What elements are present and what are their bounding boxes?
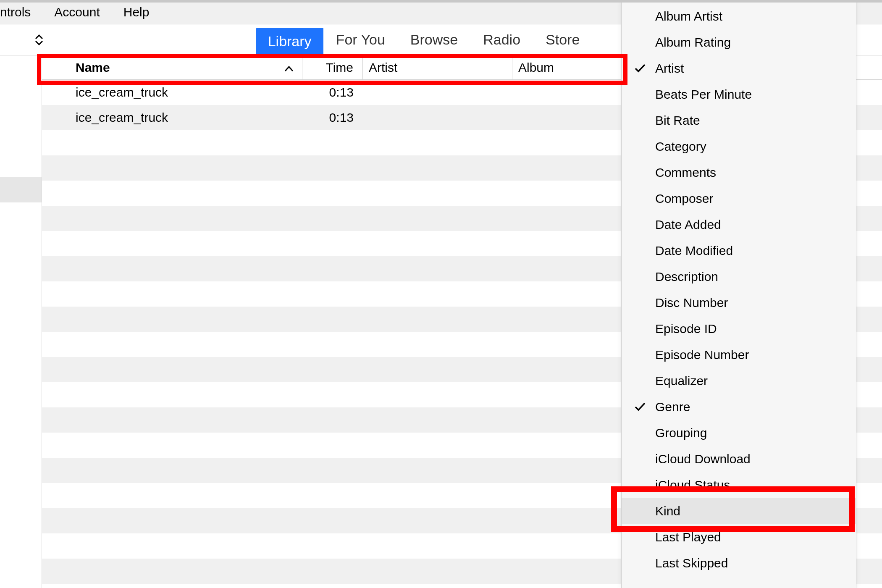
tab-store[interactable]: Store [533, 24, 592, 55]
sidebar [0, 55, 42, 588]
tab-for-you[interactable]: For You [323, 24, 398, 55]
right-strip-row [856, 155, 882, 181]
tab-library[interactable]: Library [256, 28, 323, 55]
column-header-album-label: Album [518, 60, 554, 75]
media-picker-updown[interactable] [32, 30, 46, 50]
context-menu-item-icloud-download[interactable]: iCloud Download [622, 446, 856, 472]
nav-tabs: Library For You Browse Radio Store [256, 24, 593, 55]
context-menu-item-label: Date Modified [655, 244, 733, 258]
context-menu-item-comments[interactable]: Comments [622, 160, 856, 186]
window-chrome-sliver [0, 0, 882, 3]
context-menu-item-artist[interactable]: Artist [622, 55, 856, 81]
column-context-menu: Album ArtistAlbum RatingArtistBeats Per … [621, 0, 856, 588]
check-icon [634, 400, 646, 414]
right-strip-row [856, 382, 882, 407]
column-header-time[interactable]: Time [302, 55, 363, 79]
context-menu-item-label: Date Added [655, 218, 721, 232]
right-strip-header [856, 55, 882, 80]
context-menu-item-beats-per-minute[interactable]: Beats Per Minute [622, 81, 856, 108]
context-menu-item-equalizer[interactable]: Equalizer [622, 368, 856, 394]
right-strip-row [856, 332, 882, 357]
menu-item-controls-truncated[interactable]: ntrols [0, 0, 42, 24]
right-strip-row [856, 483, 882, 508]
right-strip-row [856, 80, 882, 105]
column-header-name-label: Name [76, 60, 110, 75]
context-menu-item-label: Category [655, 139, 706, 154]
context-menu-item-label: Album Artist [655, 9, 722, 24]
context-menu-item-last-skipped[interactable]: Last Skipped [622, 550, 856, 576]
context-menu-item-label: Description [655, 270, 718, 284]
right-strip-row [856, 357, 882, 382]
cell-time: 0:13 [302, 85, 363, 100]
context-menu-item-album-artist[interactable]: Album Artist [622, 3, 856, 29]
right-strip-row [856, 407, 882, 433]
context-menu-item-label: Kind [655, 504, 680, 518]
context-menu-item-date-added[interactable]: Date Added [622, 212, 856, 238]
sidebar-selected-item[interactable] [0, 177, 42, 202]
tab-browse[interactable]: Browse [398, 24, 470, 55]
right-strip-row [856, 508, 882, 533]
right-strip-row [856, 559, 882, 584]
context-menu-item-episode-id[interactable]: Episode ID [622, 316, 856, 342]
context-menu-item-label: Beats Per Minute [655, 87, 752, 102]
context-menu-item-genre[interactable]: Genre [622, 394, 856, 420]
context-menu-item-description[interactable]: Description [622, 264, 856, 290]
context-menu-item-label: Last Skipped [655, 556, 728, 570]
context-menu-item-label: iCloud Download [655, 452, 751, 466]
right-strip [856, 55, 882, 588]
context-menu-item-kind[interactable]: Kind [622, 498, 856, 524]
context-menu-item-label: Bit Rate [655, 113, 700, 128]
context-menu-item-label: Artist [655, 61, 684, 76]
menu-item-account[interactable]: Account [42, 0, 111, 24]
column-header-name[interactable]: Name [42, 55, 302, 79]
context-menu-item-disc-number[interactable]: Disc Number [622, 290, 856, 316]
context-menu-item-label: Composer [655, 192, 713, 206]
context-menu-item-label: iCloud Status [655, 478, 730, 492]
context-menu-item-label: Grouping [655, 426, 707, 440]
context-menu-item-label: Episode ID [655, 322, 717, 336]
right-strip-row [856, 256, 882, 281]
context-menu-item-album-rating[interactable]: Album Rating [622, 29, 856, 55]
right-strip-row [856, 533, 882, 559]
right-strip-rows [856, 80, 882, 588]
context-menu-item-category[interactable]: Category [622, 134, 856, 160]
context-menu-item-label: Disc Number [655, 296, 728, 310]
context-menu-item-label: Genre [655, 400, 690, 414]
context-menu-item-label: Equalizer [655, 374, 708, 388]
tab-radio[interactable]: Radio [470, 24, 533, 55]
context-menu-item-date-modified[interactable]: Date Modified [622, 238, 856, 264]
column-header-artist-label: Artist [369, 60, 397, 75]
check-icon [634, 61, 646, 76]
column-header-time-label: Time [326, 60, 353, 75]
cell-name: ice_cream_truck [42, 110, 302, 125]
context-menu-item-label: Comments [655, 165, 716, 180]
context-menu-item-icloud-status[interactable]: iCloud Status [622, 472, 856, 498]
context-menu-item-label: Last Played [655, 530, 721, 544]
context-menu-item-episode-number[interactable]: Episode Number [622, 342, 856, 368]
right-strip-row [856, 231, 882, 256]
context-menu-item-bit-rate[interactable]: Bit Rate [622, 108, 856, 134]
right-strip-row [856, 181, 882, 206]
right-strip-row [856, 105, 882, 130]
context-menu-item-last-played[interactable]: Last Played [622, 524, 856, 550]
column-header-artist[interactable]: Artist [363, 55, 512, 79]
context-menu-item-label: Episode Number [655, 348, 749, 362]
right-strip-row [856, 130, 882, 155]
sort-ascending-icon [284, 60, 294, 75]
cell-time: 0:13 [302, 110, 363, 125]
menu-item-help[interactable]: Help [112, 0, 161, 24]
chevron-up-icon [35, 34, 43, 39]
context-menu-item-composer[interactable]: Composer [622, 186, 856, 212]
right-strip-row [856, 433, 882, 458]
right-strip-row [856, 281, 882, 307]
cell-name: ice_cream_truck [42, 85, 302, 100]
context-menu-item-label: Album Rating [655, 35, 731, 50]
right-strip-row [856, 206, 882, 231]
context-menu-item-grouping[interactable]: Grouping [622, 420, 856, 446]
right-strip-row [856, 307, 882, 332]
right-strip-row [856, 458, 882, 483]
chevron-down-icon [35, 40, 43, 45]
right-strip-row [856, 584, 882, 588]
